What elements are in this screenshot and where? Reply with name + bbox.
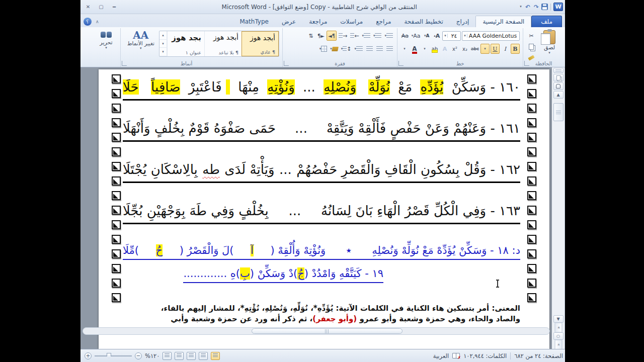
placeholder-box-icon[interactable] xyxy=(527,147,536,156)
tab-page-layout[interactable]: تخطيط الصفحة xyxy=(397,16,449,27)
page-indicator[interactable]: الصفحة: ٢٤ من ٦٨٢ xyxy=(514,352,563,359)
line-spacing-button[interactable]: ↕▾ xyxy=(340,44,353,54)
placeholder-box-icon[interactable] xyxy=(527,235,536,244)
multilevel-list-button[interactable]: ▾ xyxy=(383,31,394,41)
placeholder-box-icon[interactable] xyxy=(112,264,121,273)
decrease-indent-button[interactable]: → xyxy=(338,31,348,41)
undo-icon[interactable]: ↶ xyxy=(524,4,531,11)
placeholder-box-icon[interactable] xyxy=(112,162,121,171)
qat-menu-icon[interactable]: ▾ xyxy=(519,5,523,9)
save-icon[interactable] xyxy=(541,4,548,10)
hand-tool-icon[interactable] xyxy=(553,82,564,90)
horizontal-scrollbar[interactable] xyxy=(83,327,550,335)
text-effects-button[interactable]: A xyxy=(440,44,449,54)
language-indicator[interactable]: العربية xyxy=(433,352,449,359)
gallery-up-icon[interactable]: ▴ xyxy=(159,31,167,40)
placeholder-box-icon[interactable] xyxy=(527,162,536,171)
vertical-scrollbar[interactable]: ▲ ▼ « ○ » xyxy=(552,67,565,349)
horizontal-scrollbar-thumb[interactable] xyxy=(252,328,403,334)
align-left-button[interactable] xyxy=(365,44,374,54)
placeholder-box-icon[interactable] xyxy=(112,206,121,215)
placeholder-box-icon[interactable] xyxy=(527,206,536,215)
gallery-down-icon[interactable]: ▾ xyxy=(159,40,167,48)
italic-button[interactable]: I xyxy=(501,44,510,54)
placeholder-box-icon[interactable] xyxy=(112,147,121,156)
ruler-toggle-icon[interactable] xyxy=(553,68,564,73)
placeholder-box-icon[interactable] xyxy=(527,118,536,127)
placeholder-box-icon[interactable] xyxy=(527,133,536,142)
help-icon[interactable]: ؟ xyxy=(84,18,92,26)
strikethrough-button[interactable]: abc xyxy=(470,44,479,54)
placeholder-box-icon[interactable] xyxy=(112,104,121,113)
ltr-direction-button[interactable]: ►¶ xyxy=(316,31,326,41)
align-right-button[interactable] xyxy=(385,44,394,54)
maximize-button[interactable]: ▢ xyxy=(96,3,107,11)
placeholder-box-icon[interactable] xyxy=(112,118,121,127)
tab-view[interactable]: عرض xyxy=(275,16,302,27)
font-size-select[interactable]: ٢٤ ▾ xyxy=(442,31,461,41)
placeholder-box-icon[interactable] xyxy=(527,176,536,186)
clipboard-dialog-launcher-icon[interactable] xyxy=(524,61,529,66)
align-center-button[interactable] xyxy=(375,44,384,54)
meaning-paragraph-line2[interactable]: والصاد والحاء، وهي حمزة وشعبة وأبو عمرو … xyxy=(112,314,520,324)
zoom-slider-thumb[interactable] xyxy=(107,353,111,358)
placeholder-box-icon[interactable] xyxy=(112,133,121,142)
verse-line-163[interactable]: ١٦٣ - وَفِي الْكُلِّ قَصْرُ الْهَاءِ بَا… xyxy=(123,203,520,224)
placeholder-box-icon[interactable] xyxy=(112,191,121,200)
grow-font-button[interactable]: A▴ xyxy=(432,31,441,41)
placeholder-box-icon[interactable] xyxy=(527,74,536,83)
tab-mailings[interactable]: مراسلات xyxy=(334,16,369,27)
cut-icon[interactable]: ✂ xyxy=(527,31,536,41)
document-page[interactable]: ١٦٠ - وَسَكِّنْ يُؤَدِّهِ مَعْ نُوَلِّهْ… xyxy=(99,69,549,349)
placeholder-box-icon[interactable] xyxy=(112,220,121,229)
shading-button[interactable]: ▾ xyxy=(329,44,339,54)
blue-verse-line-19[interactable]: ١٩ - كَيَتَّقْهِ وَامْدُدْ (جُ)دْ وَسَكِ… xyxy=(183,267,383,283)
view-draft-button[interactable] xyxy=(163,352,172,360)
paragraph-dialog-launcher-icon[interactable] xyxy=(284,61,289,66)
word-count[interactable]: الكلمات: ١٠٢,٩٤٤ xyxy=(463,352,507,359)
editing-menu-button[interactable]: تحرير ▾ xyxy=(95,29,117,51)
tab-review[interactable]: مراجعة xyxy=(302,16,334,27)
gallery-more-icon[interactable]: ▾ xyxy=(159,48,167,56)
placeholder-box-icon[interactable] xyxy=(527,191,536,200)
proofing-errors-icon[interactable] xyxy=(452,353,460,358)
minimize-button[interactable]: ━ xyxy=(109,3,120,11)
zoom-in-icon[interactable]: + xyxy=(85,352,92,359)
highlight-color-button[interactable]: ab xyxy=(430,44,439,54)
meaning-paragraph-line1[interactable]: المعنى: أمر بتسكين هاء الكناية في الكلما… xyxy=(112,303,520,314)
copy-icon[interactable] xyxy=(527,42,536,52)
borders-button[interactable]: ▾ xyxy=(318,44,329,54)
chevron-down-icon[interactable]: ▾ xyxy=(464,34,467,38)
select-browse-object-icon[interactable]: ○ xyxy=(553,332,564,340)
redo-icon[interactable]: ↷ xyxy=(533,4,540,11)
font-color-caret-icon[interactable]: ▾ xyxy=(400,44,409,54)
placeholder-box-icon[interactable] xyxy=(112,74,121,83)
close-button[interactable]: ✕ xyxy=(83,3,94,11)
tab-references[interactable]: مراجع xyxy=(369,16,397,27)
view-outline-button[interactable] xyxy=(175,352,184,360)
placeholder-box-icon[interactable] xyxy=(112,176,121,186)
snapshot-tool-icon[interactable] xyxy=(553,74,564,81)
style-heading1[interactable]: بجد هوز عنوان ١ xyxy=(167,31,204,56)
justify-button[interactable]: ▾ xyxy=(353,44,364,54)
verse-line-161[interactable]: ١٦١ - وَعَنْهُمْ وَعَنْ حَفْصٍ فَأَلْقِه… xyxy=(123,121,520,142)
superscript-button[interactable]: x² xyxy=(450,44,459,54)
tab-mathtype[interactable]: MathType xyxy=(233,16,275,27)
next-page-icon[interactable]: » xyxy=(554,340,562,350)
chevron-down-icon[interactable]: ▾ xyxy=(444,34,448,38)
placeholder-box-icon[interactable] xyxy=(527,293,536,302)
verse-line-162[interactable]: ١٦٢ - وَقُلْ بِسُكُونِ الْقَافِ وَالْقَص… xyxy=(123,162,520,183)
shrink-font-button[interactable]: A▾ xyxy=(422,31,431,41)
placeholder-box-icon[interactable] xyxy=(527,264,536,273)
underline-options-icon[interactable]: ▾ xyxy=(480,44,490,54)
bold-button[interactable]: B xyxy=(511,44,520,54)
placeholder-box-icon[interactable] xyxy=(112,279,121,288)
style-no-spacing[interactable]: أبجد هوز ¶ بلا تباعد xyxy=(204,31,242,56)
tab-insert[interactable]: إدراج xyxy=(450,16,476,27)
word-logo-icon[interactable]: W xyxy=(553,3,563,11)
placeholder-box-icon[interactable] xyxy=(112,293,121,302)
style-normal[interactable]: أبجد هوز ¶ عادي xyxy=(242,31,279,56)
font-color-button[interactable]: A xyxy=(410,44,419,54)
placeholder-box-icon[interactable] xyxy=(527,279,536,288)
view-print-layout-button[interactable] xyxy=(211,352,220,360)
